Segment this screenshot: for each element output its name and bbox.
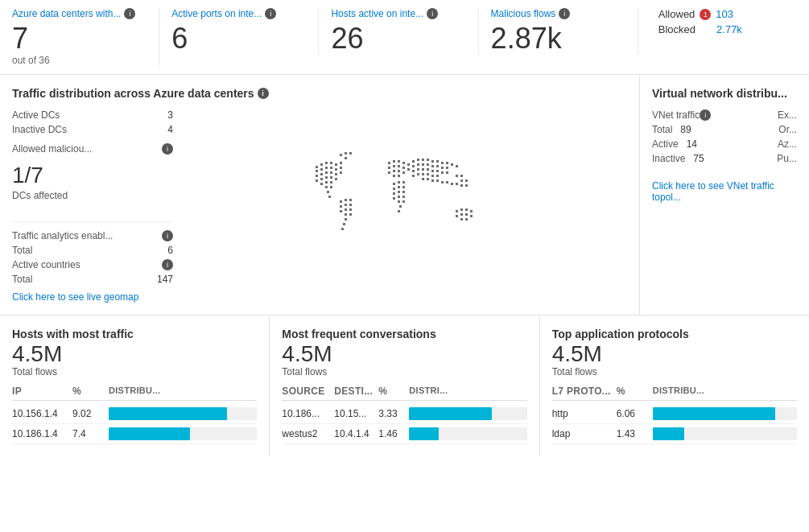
proto-total-label: Total flows (552, 366, 797, 377)
conv-panel-title: Most frequent conversations (282, 328, 526, 340)
allowed-row: Allowed 1 103 (658, 8, 785, 20)
total-traffic-label: Total (12, 245, 32, 256)
svg-rect-9 (340, 162, 342, 164)
hosts-row-2: 10.186.1.4 7.4 (12, 424, 257, 444)
svg-rect-74 (451, 163, 453, 166)
azure-dc-sub: out of 36 (12, 55, 147, 66)
hosts-total: 4.5M (12, 342, 257, 367)
svg-rect-69 (427, 159, 429, 161)
svg-rect-60 (398, 196, 400, 198)
svg-rect-3 (330, 162, 332, 164)
conv-row1-dest: 10.15... (334, 408, 378, 419)
malicious-flows-title: Malicious flows i (491, 8, 625, 19)
hosts-row-1: 10.156.1.4 9.02 (12, 404, 257, 424)
svg-rect-54 (398, 186, 400, 188)
active-ports-info-icon[interactable]: i (265, 8, 276, 19)
active-dcs-row: Active DCs 3 (12, 109, 173, 121)
traffic-analytics-label: Traffic analytics enabl... (12, 230, 113, 241)
svg-rect-124 (349, 199, 352, 201)
inactive-dcs-label: Inactive DCs (12, 124, 67, 135)
vnet-az-label: Az... (778, 138, 797, 150)
vnet-traffic-info-icon[interactable]: i (700, 109, 711, 121)
proto-row2-bar-fill (653, 427, 684, 440)
svg-rect-47 (407, 168, 410, 171)
allowed-value: 103 (716, 8, 733, 20)
hosts-active-info-icon[interactable]: i (427, 8, 438, 19)
svg-rect-32 (349, 152, 352, 155)
svg-rect-112 (456, 210, 458, 212)
svg-rect-57 (398, 191, 400, 193)
svg-rect-37 (402, 162, 405, 164)
svg-rect-39 (393, 165, 395, 167)
svg-rect-127 (349, 204, 352, 206)
malicious-flows-info-icon[interactable]: i (559, 8, 570, 19)
svg-rect-28 (327, 191, 329, 193)
metric-malicious-flows: Malicious flows i 2.87k (479, 8, 638, 55)
active-dcs-label: Active DCs (12, 109, 60, 121)
svg-rect-26 (325, 186, 328, 188)
svg-rect-63 (402, 200, 405, 203)
traffic-info-icon[interactable]: i (258, 88, 269, 99)
live-geomap-link[interactable]: Click here to see live geomap (12, 291, 173, 303)
metric-active-ports: Active ports on inte... i 6 (159, 8, 319, 55)
svg-rect-66 (412, 160, 415, 163)
svg-rect-80 (431, 165, 434, 167)
svg-rect-6 (325, 167, 328, 169)
svg-rect-14 (335, 168, 337, 171)
svg-rect-82 (441, 167, 444, 169)
svg-rect-24 (330, 181, 332, 184)
svg-rect-90 (441, 171, 444, 174)
svg-rect-131 (345, 213, 347, 216)
blocked-label: Blocked (658, 23, 695, 35)
svg-rect-71 (436, 160, 439, 163)
svg-rect-19 (330, 176, 332, 179)
metric-azure-dc: Azure data centers with... i 7 out of 36 (12, 8, 159, 66)
svg-rect-34 (388, 162, 390, 164)
svg-rect-7 (330, 167, 332, 169)
hosts-panel: Hosts with most traffic 4.5M Total flows… (0, 315, 270, 457)
svg-rect-106 (460, 184, 463, 187)
vnet-ex-label: Ex... (778, 109, 797, 121)
bottom-sections: Hosts with most traffic 4.5M Total flows… (0, 315, 809, 457)
svg-rect-108 (460, 179, 463, 182)
allowed-malicious-row: Allowed maliciou... i (12, 143, 173, 155)
hosts-total-label: Total flows (12, 366, 257, 377)
svg-rect-87 (427, 168, 429, 171)
svg-rect-75 (456, 165, 458, 167)
allowed-malicious-info-icon[interactable]: i (162, 143, 173, 155)
svg-rect-64 (399, 205, 402, 208)
svg-rect-115 (470, 210, 473, 212)
svg-rect-130 (349, 208, 352, 211)
hosts-row1-bar (109, 407, 257, 420)
active-countries-info-icon[interactable]: i (162, 259, 173, 270)
svg-rect-105 (456, 183, 458, 185)
svg-rect-25 (335, 178, 337, 180)
proto-panel-title: Top application protocols (552, 328, 797, 340)
fraction-value: 1/7 (12, 163, 173, 188)
azure-dc-info-icon[interactable]: i (124, 8, 135, 19)
traffic-analytics-info-icon[interactable]: i (162, 230, 173, 241)
proto-row2-name: ldap (552, 428, 617, 439)
vnet-section: Virtual network distribu... VNet traffic… (640, 75, 809, 315)
svg-rect-120 (460, 218, 463, 221)
proto-row1-bar (653, 407, 797, 420)
svg-rect-51 (398, 181, 400, 184)
svg-rect-118 (465, 213, 468, 216)
top-metrics-bar: Azure data centers with... i 7 out of 36… (0, 0, 809, 75)
svg-rect-76 (412, 165, 415, 167)
svg-rect-119 (470, 215, 473, 217)
svg-rect-122 (340, 200, 342, 203)
vnet-topology-link[interactable]: Click here to see VNet traffic topol... (652, 180, 797, 203)
vnet-total-value: 89 (680, 124, 691, 135)
azure-dc-label: Azure data centers with... (12, 8, 121, 19)
allowed-label: Allowed (658, 8, 695, 20)
svg-rect-43 (393, 170, 395, 172)
vnet-content: VNet traffic i Ex... Total 89 Or... Acti… (652, 109, 797, 164)
vnet-traffic-row: VNet traffic i Ex... (652, 109, 797, 121)
svg-rect-110 (456, 175, 458, 177)
active-ports-value: 6 (171, 23, 306, 55)
inactive-dcs-row: Inactive DCs 4 (12, 124, 173, 135)
conv-col-dest: DESTI... (334, 386, 378, 397)
svg-rect-107 (465, 184, 468, 187)
svg-rect-38 (388, 167, 390, 169)
